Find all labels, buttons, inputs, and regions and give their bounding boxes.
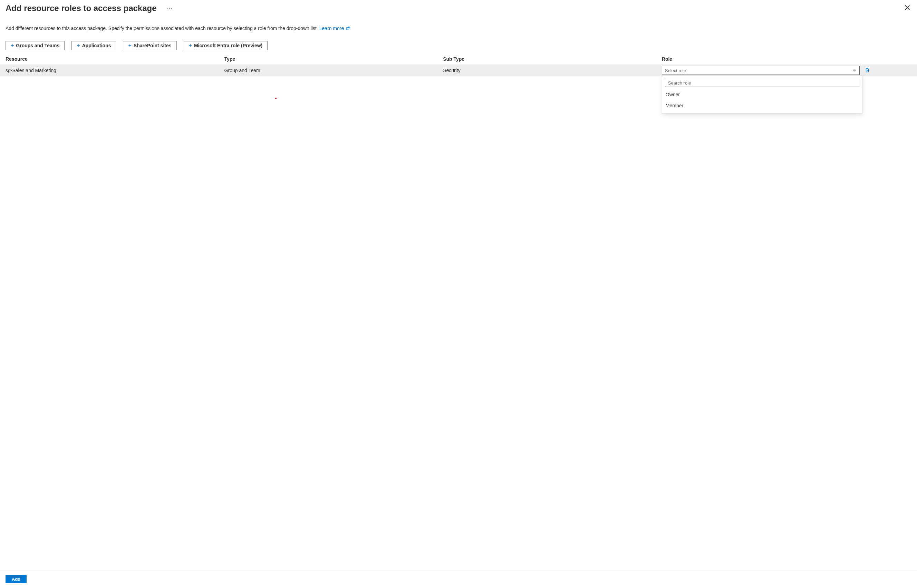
resource-type-toolbar: + Groups and Teams + Applications + Shar… xyxy=(0,34,917,53)
page-title: Add resource roles to access package xyxy=(5,3,157,13)
more-menu-button[interactable]: ··· xyxy=(165,4,175,13)
close-icon[interactable] xyxy=(904,4,911,11)
table-header-row: Resource Type Sub Type Role xyxy=(0,53,917,65)
delete-row-button[interactable] xyxy=(862,66,872,75)
role-select-placeholder: Select role xyxy=(665,68,686,73)
cell-subtype: Security xyxy=(443,68,662,73)
col-header-role[interactable]: Role xyxy=(662,56,862,62)
external-link-icon xyxy=(346,26,350,31)
col-header-resource[interactable]: Resource xyxy=(5,56,225,62)
cursor-indicator xyxy=(275,98,277,99)
learn-more-label: Learn more xyxy=(319,26,344,31)
table-row: sg-Sales and Marketing Group and Team Se… xyxy=(0,65,917,76)
button-label: SharePoint sites xyxy=(134,43,171,48)
add-button[interactable]: Add xyxy=(5,575,27,583)
add-entra-role-button[interactable]: + Microsoft Entra role (Preview) xyxy=(184,41,268,50)
button-label: Microsoft Entra role (Preview) xyxy=(194,43,262,48)
panel-footer: Add xyxy=(0,570,917,588)
description-text: Add different resources to this access p… xyxy=(0,16,917,34)
role-option-member[interactable]: Member xyxy=(662,100,862,111)
role-dropdown: Owner Member xyxy=(662,76,862,113)
col-header-type[interactable]: Type xyxy=(225,56,443,62)
plus-icon: + xyxy=(11,43,14,48)
plus-icon: + xyxy=(128,43,131,48)
trash-icon xyxy=(865,67,870,74)
add-sharepoint-button[interactable]: + SharePoint sites xyxy=(123,41,176,50)
button-label: Groups and Teams xyxy=(16,43,59,48)
cell-role: Select role Owner Member xyxy=(662,66,862,75)
learn-more-link[interactable]: Learn more xyxy=(319,26,350,31)
description-body: Add different resources to this access p… xyxy=(5,26,319,31)
cell-type: Group and Team xyxy=(225,68,443,73)
role-search-input[interactable] xyxy=(665,79,859,87)
button-label: Applications xyxy=(82,43,111,48)
role-select[interactable]: Select role xyxy=(662,66,860,75)
col-header-subtype[interactable]: Sub Type xyxy=(443,56,662,62)
plus-icon: + xyxy=(77,43,80,48)
role-option-owner[interactable]: Owner xyxy=(662,89,862,100)
cell-resource: sg-Sales and Marketing xyxy=(5,68,225,73)
plus-icon: + xyxy=(189,43,192,48)
add-applications-button[interactable]: + Applications xyxy=(71,41,116,50)
resources-table: Resource Type Sub Type Role sg-Sales and… xyxy=(0,53,917,76)
add-groups-teams-button[interactable]: + Groups and Teams xyxy=(5,41,65,50)
chevron-down-icon xyxy=(852,68,857,73)
